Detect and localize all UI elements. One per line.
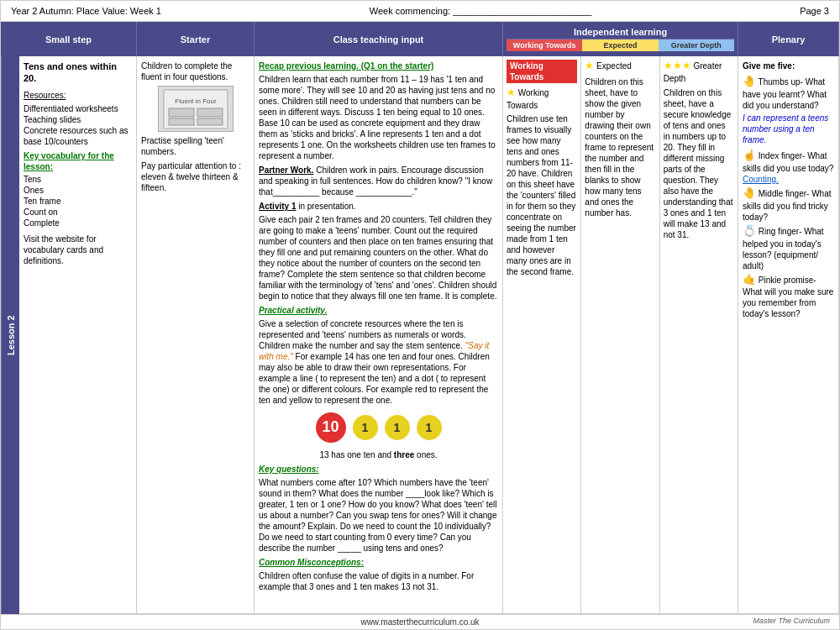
- working-towards-header: Working Towards: [507, 39, 582, 51]
- practise-text: Practise spelling 'teen' numbers.: [141, 135, 249, 157]
- col-header-class-teaching: Class teaching input: [255, 22, 503, 56]
- column-headers: Small step Starter Class teaching input …: [1, 22, 839, 56]
- activity1-heading: Activity 1 in presentation.: [259, 201, 498, 212]
- working-towards-stars: ★ Working Towards: [507, 87, 577, 111]
- misconceptions-text: Children often confuse the value of digi…: [259, 570, 498, 592]
- svg-rect-4: [169, 118, 194, 125]
- give-five-title: Give me five:: [743, 60, 834, 71]
- cell-starter: Children to complete the fluent in four …: [137, 56, 255, 614]
- page-title: Year 2 Autumn: Place Value: Week 1: [11, 6, 161, 16]
- index-finger-section: ☝ Index finger- What skills did you use …: [743, 149, 834, 185]
- counter-caption: 13 has one ten and three ones.: [259, 449, 498, 460]
- cell-independent: Working Towards ★ Working Towards Childr…: [503, 56, 738, 614]
- recap-heading: Recap previous learning. (Q1 on the star…: [259, 61, 433, 71]
- pinkie-section: 🤙 Pinkie promise- What will you make sur…: [743, 273, 834, 320]
- recap-text: Children learn that each number from 11 …: [259, 74, 498, 161]
- key-questions-heading: Key questions:: [259, 465, 319, 474]
- col-header-plenary: Plenary: [738, 22, 839, 56]
- logo: Master The Curriculum: [753, 617, 830, 625]
- teens-note: I can represent a teens number using a t…: [743, 113, 834, 145]
- key-questions-text: What numbers come after 10? Which number…: [259, 477, 498, 554]
- website-note: Visit the website for vocabulary cards a…: [24, 234, 132, 266]
- cell-class-teaching: Recap previous learning. (Q1 on the star…: [255, 56, 503, 614]
- ring-finger-section: 💍 Ring finger- What helped you in today'…: [743, 224, 834, 271]
- counter-1a: 1: [353, 415, 378, 440]
- svg-rect-3: [197, 108, 223, 117]
- col-header-independent: Independent learning Working Towards Exp…: [503, 22, 738, 56]
- footer-url: www.masterthecurriculum.co.uk: [360, 617, 479, 627]
- greater-depth-stars: ★★★ Greater Depth: [664, 60, 734, 84]
- col-header-starter: Starter: [137, 22, 255, 56]
- working-towards-text: Children use ten frames to visually see …: [507, 113, 577, 277]
- col-header-small-step: Small step: [1, 22, 137, 56]
- svg-text:Fluent in Four: Fluent in Four: [175, 97, 217, 105]
- page-number: Page 3: [800, 6, 829, 16]
- middle-finger-section: 🤚 Middle finger- What skills did you fin…: [743, 186, 834, 223]
- attention-text: Pay particular attention to : eleven & t…: [141, 160, 249, 193]
- greater-depth-header: Greater Depth: [659, 39, 734, 51]
- small-step-title: Tens and ones within 20.: [24, 60, 132, 85]
- practical-text: Give a selection of concrete resources w…: [259, 318, 498, 406]
- vocab-list: Tens Ones Ten frame Count on Complete: [24, 174, 132, 228]
- content-row: Lesson 2 Tens and ones within 20. Resour…: [1, 56, 839, 614]
- cell-small-step: Tens and ones within 20. Resources: Diff…: [19, 56, 137, 614]
- resources-label: Resources:: [24, 90, 132, 101]
- page-header: Year 2 Autumn: Place Value: Week 1 Week …: [1, 1, 839, 22]
- working-towards-badge: Working Towards: [507, 60, 577, 83]
- greater-depth-text: Children on this sheet, have a secure kn…: [664, 87, 734, 240]
- resources-list: Differentiated worksheets Teaching slide…: [24, 103, 132, 147]
- counter-display: 10 1 1 1: [259, 412, 498, 443]
- svg-rect-2: [169, 108, 194, 117]
- activity1-text: Give each pair 2 ten frames and 20 count…: [259, 214, 498, 302]
- lesson-label: Lesson 2: [1, 56, 19, 614]
- starter-image: Fluent in Four: [158, 86, 234, 132]
- svg-rect-5: [197, 118, 223, 125]
- key-vocab-label: Key vocabulary for the lesson:: [24, 150, 132, 172]
- counter-10: 10: [316, 412, 346, 443]
- counter-1b: 1: [385, 415, 410, 440]
- cell-plenary: Give me five: 🤚 Thumbs up- What have you…: [738, 56, 839, 614]
- expected-text: Children on this sheet, have to show the…: [585, 76, 655, 218]
- expected-header: Expected: [582, 39, 658, 51]
- week-commencing: Week commencing: _______________________…: [370, 6, 592, 16]
- partner-work-text: Partner Work. Children work in pairs. En…: [259, 165, 498, 197]
- thumbs-up-section: 🤚 Thumbs up- What have you learnt? What …: [743, 75, 834, 111]
- misconceptions-heading: Common Misconceptions:: [259, 558, 364, 567]
- working-towards-cell: Working Towards ★ Working Towards Childr…: [503, 56, 581, 613]
- starter-text: Children to complete the fluent in four …: [141, 60, 249, 82]
- counter-1c: 1: [417, 415, 442, 440]
- greater-depth-cell: ★★★ Greater Depth Children on this sheet…: [660, 56, 738, 613]
- page-footer: www.masterthecurriculum.co.uk Master The…: [1, 614, 839, 629]
- expected-stars: ★ Expected: [585, 60, 655, 73]
- expected-cell: ★ Expected Children on this sheet, have …: [581, 56, 659, 613]
- practical-activity-heading: Practical activity.: [259, 306, 327, 315]
